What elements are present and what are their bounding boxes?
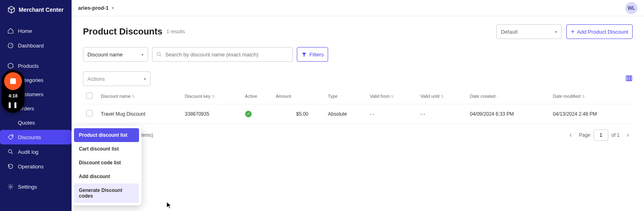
sidebar-item-label: Audit log [18,149,39,155]
row-checkbox[interactable] [86,110,93,116]
sort-icon: ⇅ [582,95,585,99]
actions-select[interactable]: Actions ▾ [83,71,150,86]
recorder-widget: 4:18 ❚❚ [2,70,24,113]
project-select[interactable]: aries-prod-1 ▾ [78,5,114,11]
table-footer: items) Page of 1 [83,129,633,141]
col-valid-until[interactable]: Valid until⇅ [417,88,467,104]
box-icon [7,62,14,69]
cell-amount: $5.00 [272,104,324,124]
discounts-table: Discount name⇅ Discount key⇅ Active Amou… [83,88,633,124]
add-product-discount-button[interactable]: + Add Product Discount [566,24,633,39]
actions-label: Actions [87,76,105,82]
sidebar-item-home[interactable]: Home [0,24,72,38]
col-date-modified[interactable]: Date modified⇅ [550,88,633,104]
sidebar-item-dashboard[interactable]: Dashboard [0,38,72,53]
page-label: Page [579,132,590,138]
sidebar-item-discounts[interactable]: Discounts [0,130,72,144]
add-button-label: Add Product Discount [577,29,628,35]
sort-select-value: Default [501,29,518,35]
page-prev-button[interactable] [566,130,576,140]
filters-label: Filters [309,52,324,58]
svg-point-4 [157,52,161,56]
topbar: aries-prod-1 ▾ WL [72,0,644,16]
sidebar-item-label: Quotes [18,120,35,126]
sidebar-item-label: Home [18,28,32,34]
active-badge: ✓ [245,111,252,117]
page-title: Product Discounts [83,26,163,37]
sort-icon: ⇅ [212,95,215,99]
sidebar-item-operations[interactable]: Operations [0,159,72,174]
col-discount-key[interactable]: Discount key⇅ [182,88,242,104]
search-field-value: Discount name [87,52,123,58]
sort-icon: ⇅ [441,95,444,99]
svg-rect-5 [626,76,628,81]
sort-icon: ⇅ [132,95,135,99]
submenu-cart-discount-list[interactable]: Cart discount list [74,142,139,156]
stop-icon [10,78,16,84]
page-input[interactable] [594,129,608,141]
col-active[interactable]: Active [242,88,273,104]
chevron-down-icon: ▾ [144,77,146,81]
submenu-discount-code-list[interactable]: Discount code list [74,156,139,170]
avatar[interactable]: WL [625,2,637,14]
app-brand: Merchant Center [0,0,72,19]
search-icon [157,52,162,57]
cube-icon [7,6,15,14]
sort-icon: ↓ [497,95,499,99]
sidebar-item-label: Products [18,63,39,69]
plus-icon: + [571,28,574,35]
sidebar-item-label: Settings [18,184,37,190]
pager: Page of 1 [566,129,633,141]
recorder-stop-button[interactable] [4,72,22,90]
select-all-checkbox[interactable] [86,93,93,99]
col-type[interactable]: Type [325,88,367,104]
sidebar-item-label: Discounts [18,134,41,140]
total-pages: of 1 [611,132,620,138]
filter-icon [301,52,307,57]
chevron-down-icon: ▾ [141,52,144,57]
table-row[interactable]: Travel Mug Discount 338670935 ✓ $5.00 Ab… [83,104,633,124]
columns-button[interactable] [625,75,633,83]
cell-date-created: 04/09/2024 6:33 PM [467,104,550,124]
chevron-right-icon [625,133,630,138]
submenu-product-discount-list[interactable]: Product discount list [74,128,139,142]
results-count: 1 results [167,29,185,34]
col-valid-from[interactable]: Valid from⇅ [367,88,418,104]
submenu-generate-discount-codes[interactable]: Generate Discount codes [74,183,139,203]
avatar-initials: WL [628,5,635,11]
search-input-wrapper [152,47,293,62]
search-input[interactable] [164,51,288,58]
col-amount[interactable]: Amount [272,88,324,104]
sidebar-item-label: Operations [18,164,44,170]
sort-select[interactable]: Default ▾ [496,24,561,39]
page-header: Product Discounts 1 results Default ▾ + … [83,24,633,39]
cell-date-modified: 04/13/2024 2:48 PM [550,104,633,124]
home-icon [7,28,14,34]
chevron-left-icon [568,133,573,138]
search-toolbar: Discount name ▾ Filters [83,47,633,62]
col-date-created[interactable]: Date created↓ [467,88,550,104]
sidebar-item-quotes[interactable]: Quotes [0,116,72,130]
search-field-select[interactable]: Discount name ▾ [83,47,148,62]
page-next-button[interactable] [623,130,633,140]
app-name: Merchant Center [19,6,63,13]
recorder-pause-button[interactable]: ❚❚ [7,101,19,108]
cell-valid-until: - - [417,104,467,124]
svg-point-1 [11,136,12,136]
refresh-icon [7,163,14,170]
chevron-down-icon: ▾ [112,6,114,10]
project-name: aries-prod-1 [78,5,109,11]
sidebar-item-settings[interactable]: Settings [0,179,72,194]
recorder-time: 4:18 [9,93,17,98]
sidebar-item-label: Dashboard [18,43,44,49]
col-discount-name[interactable]: Discount name⇅ [98,88,182,104]
gear-icon [7,183,14,190]
submenu-add-discount[interactable]: Add discount [74,170,139,183]
actions-row: Actions ▾ [83,71,633,86]
items-summary: items) [140,132,153,138]
filters-button[interactable]: Filters [297,47,328,62]
svg-point-3 [10,186,11,187]
svg-point-2 [9,150,12,153]
gauge-icon [7,42,14,49]
sidebar-item-audit-log[interactable]: Audit log [0,144,72,159]
